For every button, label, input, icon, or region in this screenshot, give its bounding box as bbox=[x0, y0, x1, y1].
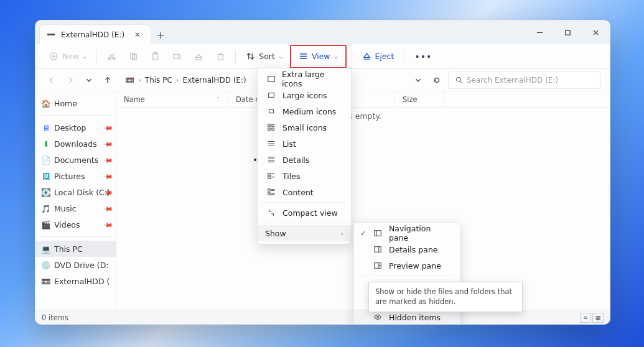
sidebar-item-videos[interactable]: 🎬Videos📌 bbox=[35, 216, 116, 233]
svg-point-62 bbox=[377, 317, 379, 318]
list-icon bbox=[266, 139, 276, 149]
tooltip: Show or hide the files and folders that … bbox=[368, 282, 523, 312]
eject-button[interactable]: Eject bbox=[357, 47, 399, 66]
download-icon: ⬇ bbox=[42, 139, 50, 148]
sidebar-item-external[interactable]: ›📼ExternalHDD (E:) bbox=[35, 273, 116, 289]
svg-rect-18 bbox=[218, 55, 223, 60]
view-button[interactable]: View⌵ bbox=[294, 47, 343, 66]
rename-button[interactable] bbox=[167, 47, 187, 66]
share-button[interactable] bbox=[189, 47, 208, 66]
medium-icons-icon bbox=[266, 106, 276, 116]
pin-icon: 📌 bbox=[103, 123, 113, 132]
svg-rect-35 bbox=[272, 124, 274, 127]
sidebar-item-home[interactable]: 🏠Home bbox=[35, 95, 116, 111]
menu-item-small-icons[interactable]: Small icons bbox=[258, 119, 351, 136]
title-bar: ExternalHDD (E:) ✕ + bbox=[35, 21, 610, 44]
back-button[interactable] bbox=[44, 73, 59, 88]
pin-icon: 📌 bbox=[103, 203, 113, 213]
sidebar: 🏠Home 🖥Desktop📌 ⬇Downloads📌 📄Documents📌 … bbox=[35, 91, 116, 310]
eye-icon bbox=[373, 312, 383, 322]
close-window-button[interactable] bbox=[582, 21, 610, 44]
more-button[interactable]: ••• bbox=[409, 47, 437, 66]
copy-button[interactable] bbox=[124, 47, 143, 66]
drive-icon: 💽 bbox=[42, 188, 50, 197]
new-button[interactable]: New⌵ bbox=[44, 47, 91, 66]
menu-item-large-icons[interactable]: Large icons bbox=[258, 87, 351, 103]
svg-rect-55 bbox=[375, 231, 381, 236]
chevron-right-icon: › bbox=[35, 246, 37, 252]
compact-icon bbox=[266, 208, 276, 218]
menu-item-medium-icons[interactable]: Medium icons bbox=[258, 103, 351, 119]
sidebar-item-downloads[interactable]: ⬇Downloads📌 bbox=[35, 136, 116, 152]
documents-icon: 📄 bbox=[42, 155, 50, 164]
search-input[interactable]: Search ExternalHDD (E:) bbox=[448, 72, 601, 89]
tab-active[interactable]: ExternalHDD (E:) ✕ bbox=[39, 24, 151, 44]
pin-icon: 📌 bbox=[103, 155, 113, 165]
new-tab-button[interactable]: + bbox=[151, 25, 170, 44]
icons-view-toggle[interactable]: ▦ bbox=[592, 313, 604, 323]
details-pane-icon bbox=[373, 244, 383, 254]
menu-item-tiles[interactable]: Tiles bbox=[258, 168, 351, 184]
sidebar-item-desktop[interactable]: 🖥Desktop📌 bbox=[35, 119, 116, 136]
toolbar: New⌵ Sort⌵ View⌵ Eject ••• bbox=[35, 44, 610, 69]
pc-icon: 💻 bbox=[42, 244, 50, 253]
tiles-icon bbox=[266, 171, 276, 181]
svg-rect-31 bbox=[268, 76, 274, 82]
svg-rect-57 bbox=[375, 247, 381, 252]
forward-button[interactable] bbox=[63, 73, 78, 88]
delete-button[interactable] bbox=[211, 47, 230, 66]
sort-button[interactable]: Sort⌵ bbox=[241, 47, 287, 66]
menu-item-details-pane[interactable]: Details pane bbox=[354, 241, 460, 257]
column-size[interactable]: Size bbox=[395, 91, 445, 107]
breadcrumb-item[interactable]: This PC bbox=[145, 76, 172, 85]
svg-rect-15 bbox=[174, 55, 179, 59]
menu-item-details[interactable]: •Details bbox=[258, 152, 351, 168]
disc-icon: 💿 bbox=[42, 261, 50, 269]
drive-icon bbox=[47, 34, 55, 35]
recent-dropdown[interactable] bbox=[82, 73, 96, 88]
search-placeholder: Search ExternalHDD (E:) bbox=[467, 76, 558, 85]
close-tab-icon[interactable]: ✕ bbox=[132, 28, 143, 42]
sidebar-item-documents[interactable]: 📄Documents📌 bbox=[35, 152, 116, 168]
music-icon: 🎵 bbox=[42, 204, 50, 213]
file-explorer-window: ExternalHDD (E:) ✕ + New⌵ Sort⌵ View⌵ Ej… bbox=[35, 20, 610, 325]
sidebar-item-thispc[interactable]: ›💻This PC bbox=[35, 241, 116, 257]
sidebar-item-localdisk[interactable]: 💽Local Disk (C:)📌 bbox=[35, 184, 116, 200]
sidebar-item-dvd[interactable]: ›💿DVD Drive (D:) e bbox=[35, 257, 116, 273]
item-count: 0 items bbox=[42, 313, 68, 322]
details-view-toggle[interactable]: ≡ bbox=[580, 313, 591, 323]
chevron-right-icon: › bbox=[176, 76, 179, 85]
sidebar-item-music[interactable]: 🎵Music📌 bbox=[35, 200, 116, 216]
menu-item-show[interactable]: Show› bbox=[258, 225, 351, 241]
tab-title: ExternalHDD (E:) bbox=[61, 30, 126, 39]
paste-button[interactable] bbox=[146, 47, 165, 66]
menu-item-xl-icons[interactable]: Extra large icons bbox=[258, 71, 351, 87]
column-name[interactable]: Name⌃ bbox=[116, 91, 228, 107]
pin-icon: 📌 bbox=[103, 171, 113, 181]
cut-button[interactable] bbox=[102, 47, 121, 66]
large-icons-icon bbox=[266, 90, 276, 100]
menu-item-preview-pane[interactable]: Preview pane bbox=[354, 257, 460, 274]
menu-item-nav-pane[interactable]: ✓Navigation pane bbox=[354, 225, 460, 241]
svg-rect-34 bbox=[268, 124, 271, 127]
chevron-right-icon: › bbox=[341, 230, 343, 237]
address-dropdown[interactable] bbox=[411, 73, 426, 88]
svg-point-29 bbox=[456, 77, 460, 81]
menu-item-list[interactable]: List bbox=[258, 136, 351, 152]
up-button[interactable] bbox=[100, 73, 115, 88]
menu-item-content[interactable]: Content bbox=[258, 184, 351, 200]
menu-item-compact[interactable]: Compact view bbox=[258, 205, 351, 221]
refresh-button[interactable] bbox=[429, 73, 444, 88]
view-menu: Extra large icons Large icons Medium ico… bbox=[257, 68, 352, 244]
xl-icons-icon bbox=[266, 74, 276, 84]
minimize-button[interactable] bbox=[526, 21, 554, 44]
svg-rect-1 bbox=[566, 30, 570, 34]
svg-rect-33 bbox=[269, 109, 274, 113]
breadcrumb-item[interactable]: ExternalHDD (E:) bbox=[183, 76, 246, 85]
pin-icon: 📌 bbox=[103, 139, 113, 149]
svg-rect-52 bbox=[268, 193, 271, 195]
svg-marker-26 bbox=[363, 53, 369, 58]
maximize-button[interactable] bbox=[554, 21, 582, 44]
sidebar-item-pictures[interactable]: 🖼Pictures📌 bbox=[35, 168, 116, 184]
sort-indicator-icon: ⌃ bbox=[216, 96, 220, 102]
